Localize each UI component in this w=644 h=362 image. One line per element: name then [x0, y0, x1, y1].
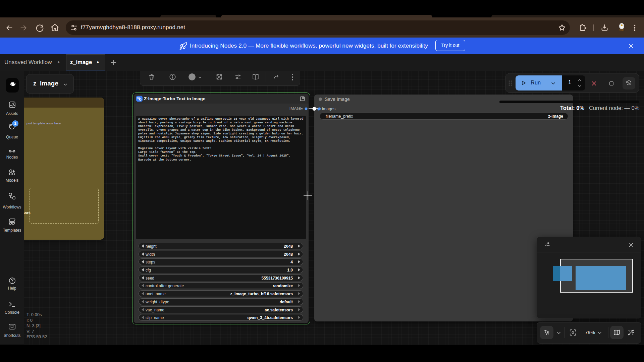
svg-text:PRIVATE: PRIVATE — [619, 29, 624, 31]
